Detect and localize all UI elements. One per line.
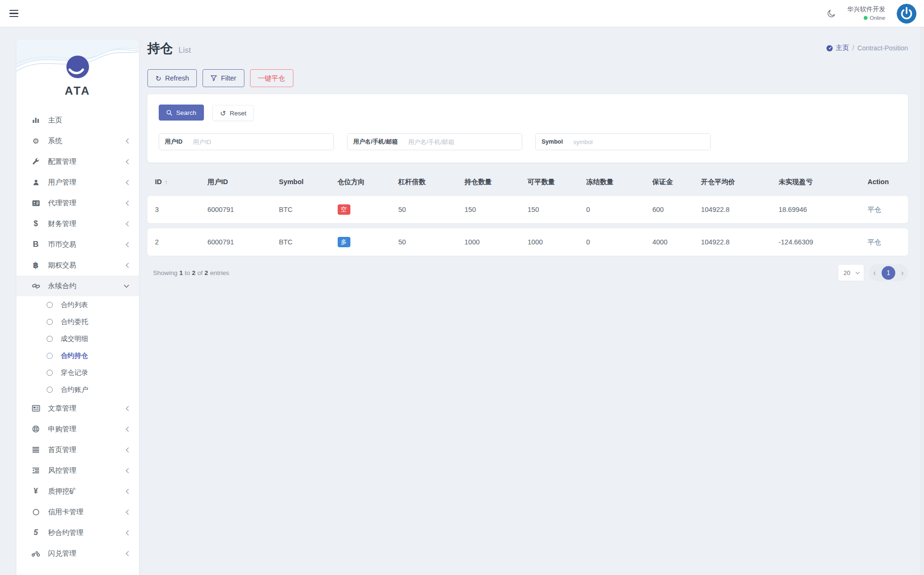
sidebar-item-articles[interactable]: 文章管理	[16, 398, 139, 419]
align-justify-icon	[31, 446, 41, 453]
sidebar-item-second-contracts[interactable]: 5 秒合约管理	[16, 522, 139, 543]
chevron-left-icon	[125, 405, 130, 412]
sidebar-item-label: 首页管理	[48, 445, 125, 454]
sidebar-item-finance[interactable]: $ 财务管理	[16, 213, 139, 234]
cell-frozen: 0	[579, 206, 645, 213]
user-name: 华兴软件开发	[847, 6, 885, 14]
sidebar-item-label: 风控管理	[48, 466, 125, 475]
next-page-button[interactable]: ›	[901, 268, 904, 277]
sidebar-item-risk-control[interactable]: 风控管理	[16, 460, 139, 481]
sidebar-item-subscriptions[interactable]: 申购管理	[16, 419, 139, 439]
column-header: 未实现盈亏	[771, 178, 860, 186]
sidebar-subitem-contract-positions[interactable]: 合约持仓	[16, 347, 139, 364]
close-all-positions-button[interactable]: 一键平仓	[250, 69, 293, 87]
sidebar-subitem-contract-accounts[interactable]: 合约账户	[16, 381, 139, 398]
sidebar-item-spot-trading[interactable]: B 币币交易	[16, 234, 139, 255]
sidebar-item-credit-cards[interactable]: 信用卡管理	[16, 502, 139, 522]
sidebar-item-perpetual-contracts[interactable]: 永续合约	[16, 275, 139, 296]
cell-avg-price: 104922.8	[693, 206, 771, 213]
sidebar-item-home[interactable]: 主页	[16, 110, 139, 130]
brand[interactable]: ATA	[16, 55, 139, 97]
sidebar-item-label: 主页	[48, 116, 130, 125]
sidebar-subitem-label: 合约列表	[61, 300, 88, 309]
direction-badge-long: 多	[338, 237, 350, 247]
chevron-left-icon	[125, 488, 130, 494]
direction-badge-short: 空	[338, 204, 350, 215]
cell-margin: 4000	[645, 238, 693, 246]
chevron-left-icon	[125, 200, 130, 206]
menu-toggle-button[interactable]	[9, 9, 22, 18]
chevron-left-icon	[125, 179, 130, 186]
grid-toolbar: ↻ Refresh Filter 一键平仓	[147, 69, 908, 87]
circle-icon	[47, 387, 53, 393]
filter-button[interactable]: Filter	[203, 69, 244, 87]
refresh-button[interactable]: ↻ Refresh	[147, 69, 197, 87]
column-header: Action	[860, 178, 908, 186]
prev-page-button[interactable]: ‹	[873, 268, 876, 277]
column-header: ID	[155, 178, 162, 186]
moon-icon	[827, 9, 836, 18]
sidebar: ATA 主页 ⚙ 系统 配置管理	[16, 40, 139, 575]
refresh-icon: ↻	[155, 75, 162, 82]
sidebar-item-label: 文章管理	[48, 404, 125, 413]
column-header: Symbol	[271, 178, 330, 186]
sidebar-subitem-trade-details[interactable]: 成交明细	[16, 330, 139, 347]
sidebar-subitem-label: 成交明细	[61, 334, 88, 343]
reset-button[interactable]: ↺ Reset	[212, 105, 254, 121]
breadcrumb-home-link[interactable]: 主页	[826, 44, 849, 52]
chain-icon	[31, 283, 41, 290]
cell-position: 150	[457, 206, 520, 213]
avatar[interactable]	[897, 4, 916, 24]
user-menu[interactable]: 华兴软件开发 Online	[847, 6, 885, 21]
main-content: 持仓 List 主页 / Contract-Position ↻ Refresh	[147, 40, 908, 281]
filter-panel: Search ↺ Reset 用户ID 用户名/手机/邮箱 Symbol	[147, 94, 908, 162]
dollar-icon: $	[31, 219, 41, 228]
cell-avg-price: 104922.8	[693, 238, 771, 246]
brand-name: ATA	[65, 84, 91, 97]
sidebar-nav: 主页 ⚙ 系统 配置管理	[16, 110, 139, 564]
sidebar-item-agents[interactable]: 代理管理	[16, 193, 139, 213]
navbar-right: 华兴软件开发 Online	[827, 4, 924, 24]
sidebar-item-config[interactable]: 配置管理	[16, 151, 139, 172]
column-header: 持仓数量	[457, 178, 520, 186]
sidebar-subitem-contract-orders[interactable]: 合约委托	[16, 313, 139, 330]
sidebar-item-label: 系统	[48, 137, 125, 146]
sort-asc-icon[interactable]: ↑	[165, 178, 168, 186]
sidebar-subitem-label: 合约委托	[61, 317, 88, 326]
sidebar-subitem-liquidation-records[interactable]: 穿仓记录	[16, 364, 139, 381]
close-position-link[interactable]: 平仓	[867, 205, 881, 214]
id-card-icon	[31, 200, 41, 207]
chevron-left-icon	[125, 426, 130, 432]
scrollbar[interactable]	[920, 0, 924, 575]
current-page-button[interactable]: 1	[882, 266, 895, 280]
circle-icon	[31, 509, 41, 516]
dark-mode-toggle[interactable]	[827, 9, 836, 18]
close-position-link[interactable]: 平仓	[867, 238, 881, 247]
sidebar-item-homepage[interactable]: 首页管理	[16, 439, 139, 460]
gear-icon: ⚙	[31, 137, 41, 146]
symbol-input[interactable]	[568, 134, 710, 150]
chevron-down-icon	[855, 271, 860, 275]
filter-field-symbol: Symbol	[535, 133, 711, 150]
cell-user-id: 6000791	[200, 206, 271, 213]
sidebar-item-label: 期权交易	[48, 261, 125, 270]
sidebar-subitem-contract-list[interactable]: 合约列表	[16, 296, 139, 313]
online-status-dot	[864, 16, 867, 20]
search-button[interactable]: Search	[159, 105, 204, 121]
sidebar-item-users[interactable]: 用户管理	[16, 172, 139, 193]
sidebar-item-label: 用户管理	[48, 178, 125, 187]
sidebar-item-flash-exchange[interactable]: 闪兑管理	[16, 543, 139, 564]
sidebar-item-options-trading[interactable]: ฿ 期权交易	[16, 255, 139, 275]
brand-logo-icon	[66, 55, 89, 79]
user-id-input[interactable]	[188, 134, 334, 150]
pagination-bar: Showing 1 to 2 of 2 entries 20 ‹ 1 ›	[147, 264, 908, 281]
sidebar-item-staking-mining[interactable]: ¥ 质押挖矿	[16, 481, 139, 502]
per-page-select[interactable]: 20	[838, 264, 864, 281]
table-row: 3 6000791 BTC 空 50 150 150 0 600 104922.…	[147, 196, 908, 223]
letter-b-icon: B	[31, 240, 41, 249]
sidebar-item-system[interactable]: ⚙ 系统	[16, 130, 139, 151]
username-phone-email-input[interactable]	[403, 134, 522, 150]
newspaper-icon	[31, 405, 41, 412]
chevron-left-icon	[125, 159, 130, 165]
chart-bar-icon	[31, 116, 41, 124]
